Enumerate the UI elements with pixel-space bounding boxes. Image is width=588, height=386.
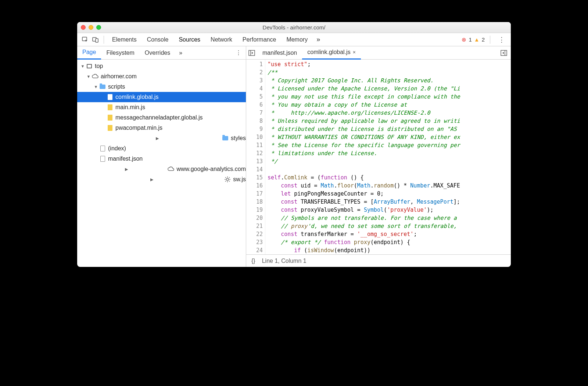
more-tabs-button[interactable]: » [313, 36, 324, 43]
editor-panel: manifest.jsoncomlink.global.js× 12345678… [246, 46, 511, 267]
close-tab-icon[interactable]: × [353, 49, 356, 55]
tree-file[interactable]: main.min.js [77, 102, 246, 112]
tree-label: www.google-analytics.com [176, 166, 246, 172]
tree-domain[interactable]: airhorner.com [77, 71, 246, 82]
tree-file-index[interactable]: (index) [77, 143, 246, 154]
pretty-print-icon[interactable]: {} [251, 258, 255, 264]
cursor-position: Line 1, Column 1 [262, 258, 306, 264]
tree-frame-top[interactable]: top [77, 61, 246, 71]
tree-label: sw.js [233, 176, 246, 183]
devtools-window: DevTools - airhorner.com/ ElementsConsol… [77, 22, 511, 267]
navigator-tabs: PageFilesystemOverrides » ⋮ [77, 46, 246, 60]
tree-file-manifest[interactable]: manifest.json [77, 154, 246, 164]
tree-file[interactable]: pwacompat.min.js [77, 123, 246, 133]
navigator-panel: PageFilesystemOverrides » ⋮ top airhorne… [77, 46, 246, 267]
navigator-tab-page[interactable]: Page [77, 46, 101, 60]
svg-line-8 [225, 177, 226, 178]
tree-label: top [95, 63, 103, 69]
file-tree: top airhorner.com scripts comlink.global… [77, 60, 246, 186]
svg-line-10 [229, 177, 230, 178]
tree-file[interactable]: comlink.global.js [77, 92, 246, 102]
tree-label: main.min.js [115, 104, 145, 111]
error-icon[interactable]: ⊗ [462, 36, 466, 43]
tree-label: comlink.global.js [115, 94, 158, 100]
separator [490, 36, 490, 44]
tree-label: manifest.json [108, 156, 143, 162]
navigator-tab-filesystem[interactable]: Filesystem [101, 46, 139, 60]
tree-label: (index) [108, 145, 126, 152]
editor-tabstrip: manifest.jsoncomlink.global.js× [246, 46, 511, 60]
tab-network[interactable]: Network [205, 33, 237, 46]
tree-label: airhorner.com [101, 73, 137, 80]
toggle-navigator-icon[interactable] [246, 50, 257, 56]
toggle-debugger-icon[interactable] [501, 50, 511, 56]
svg-rect-2 [96, 39, 98, 42]
device-toolbar-icon[interactable] [90, 36, 101, 43]
separator [104, 36, 104, 44]
tree-label: messagechanneladapter.global.js [115, 114, 203, 121]
tree-domain-analytics[interactable]: www.google-analytics.com [77, 164, 246, 174]
titlebar: DevTools - airhorner.com/ [77, 22, 511, 33]
tree-label: styles [231, 135, 246, 142]
main-tabstrip: ElementsConsoleSourcesNetworkPerformance… [77, 33, 511, 46]
tab-sources[interactable]: Sources [173, 33, 205, 46]
editor-tab[interactable]: manifest.json [257, 46, 302, 60]
tree-label: scripts [108, 83, 125, 90]
editor-statusbar: {} Line 1, Column 1 [246, 254, 511, 267]
tree-service-worker[interactable]: sw.js [77, 174, 246, 185]
error-count: 1 [469, 36, 472, 43]
svg-line-11 [225, 181, 226, 182]
svg-line-9 [229, 181, 230, 182]
code-content[interactable]: "use strict"; /** * Copyright 2017 Googl… [265, 60, 511, 254]
editor-tab[interactable]: comlink.global.js× [302, 46, 361, 60]
code-editor[interactable]: 123456789101112131415161718192021222324 … [246, 60, 511, 254]
tab-elements[interactable]: Elements [107, 33, 142, 46]
line-gutter: 123456789101112131415161718192021222324 [246, 60, 265, 254]
inspect-element-icon[interactable] [80, 36, 90, 43]
window-title: DevTools - airhorner.com/ [77, 24, 511, 31]
tab-console[interactable]: Console [142, 33, 174, 46]
svg-point-3 [226, 178, 229, 181]
navigator-menu-icon[interactable]: ⋮ [231, 49, 246, 56]
tab-performance[interactable]: Performance [237, 33, 282, 46]
tree-folder-scripts[interactable]: scripts [77, 82, 246, 92]
more-navigator-tabs[interactable]: » [175, 50, 186, 56]
tree-label: pwacompat.min.js [115, 125, 162, 131]
tree-file[interactable]: messagechanneladapter.global.js [77, 112, 246, 123]
tree-folder-styles[interactable]: styles [77, 133, 246, 143]
navigator-tab-overrides[interactable]: Overrides [140, 46, 175, 60]
tab-memory[interactable]: Memory [281, 33, 313, 46]
kebab-menu-icon[interactable]: ⋮ [495, 36, 508, 44]
warning-icon[interactable]: ▲ [474, 36, 480, 43]
warning-count: 2 [482, 36, 485, 43]
